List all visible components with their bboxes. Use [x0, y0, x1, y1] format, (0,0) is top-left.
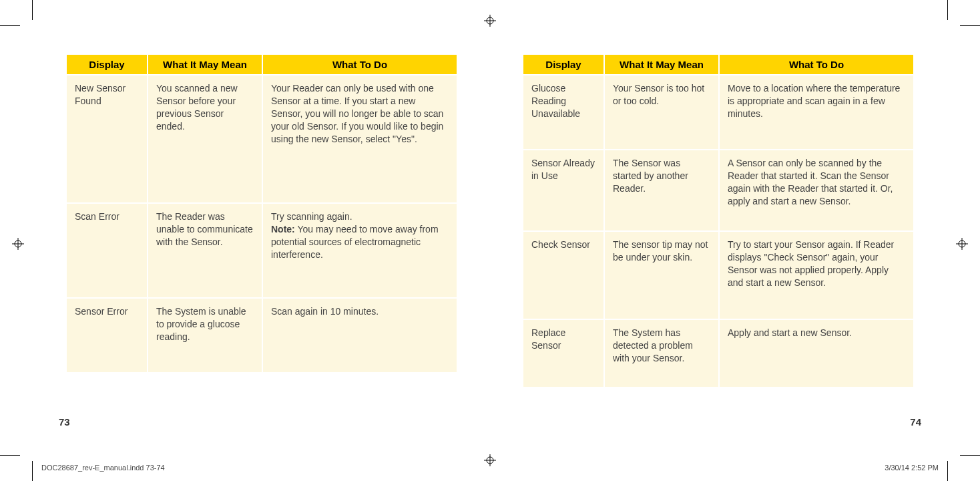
- cell-do: Apply and start a new Sensor.: [720, 320, 913, 387]
- cell-do: Your Reader can only be used with one Se…: [263, 75, 457, 202]
- table-row: Glucose Reading Unavailable Your Sensor …: [523, 75, 913, 149]
- cell-mean: The sensor tip may not be under your ski…: [605, 232, 718, 319]
- crop-mark: [32, 0, 33, 20]
- page-number-left: 73: [59, 416, 70, 428]
- crop-mark: [0, 25, 20, 26]
- crop-mark: [947, 461, 948, 481]
- table-row: Sensor Already in Use The Sensor was sta…: [523, 150, 913, 230]
- col-header-display: Display: [523, 55, 603, 74]
- registration-mark-icon: [956, 238, 968, 250]
- table-row: Scan Error The Reader was unable to comm…: [67, 204, 457, 297]
- troubleshoot-table-left: Display What It May Mean What To Do New …: [65, 53, 458, 373]
- crop-mark: [947, 0, 948, 20]
- cell-mean: Your Sensor is too hot or too cold.: [605, 75, 718, 149]
- note-text: You may need to move away from potential…: [271, 224, 439, 260]
- cell-do: Scan again in 10 minutes.: [263, 299, 457, 372]
- do-line1: Try scanning again.: [271, 211, 352, 222]
- col-header-do: What To Do: [720, 55, 913, 74]
- cell-mean: You scanned a new Sensor before your pre…: [148, 75, 262, 202]
- table-row: Check Sensor The sensor tip may not be u…: [523, 232, 913, 319]
- crop-mark: [32, 461, 33, 481]
- table-row: Replace Sensor The System has detected a…: [523, 320, 913, 387]
- cell-display: Sensor Already in Use: [523, 150, 603, 230]
- cell-display: Glucose Reading Unavailable: [523, 75, 603, 149]
- crop-mark: [960, 25, 980, 26]
- cell-display: New Sensor Found: [67, 75, 147, 202]
- cell-mean: The Reader was unable to communicate wit…: [148, 204, 262, 297]
- cell-display: Replace Sensor: [523, 320, 603, 387]
- cell-do: A Sensor can only be scanned by the Read…: [720, 150, 913, 230]
- page-number-right: 74: [910, 416, 921, 428]
- page-right: Display What It May Mean What To Do Gluc…: [490, 20, 947, 434]
- col-header-mean: What It May Mean: [148, 55, 262, 74]
- col-header-do: What To Do: [263, 55, 457, 74]
- crop-mark: [0, 455, 20, 456]
- crop-mark: [960, 455, 980, 456]
- cell-do: Move to a location where the temperature…: [720, 75, 913, 149]
- table-row: Sensor Error The System is unable to pro…: [67, 299, 457, 372]
- footer-doc-id: DOC28687_rev-E_manual.indd 73-74: [41, 464, 165, 472]
- footer-timestamp: 3/30/14 2:52 PM: [885, 464, 939, 472]
- cell-display: Scan Error: [67, 204, 147, 297]
- cell-do: Try scanning again. Note: You may need t…: [263, 204, 457, 297]
- page-left: Display What It May Mean What To Do New …: [33, 20, 490, 434]
- cell-mean: The Sensor was started by another Reader…: [605, 150, 718, 230]
- note-label: Note:: [271, 224, 295, 234]
- registration-mark-icon: [484, 454, 496, 466]
- page-spread: Display What It May Mean What To Do New …: [0, 0, 980, 481]
- registration-mark-icon: [12, 238, 24, 250]
- cell-display: Check Sensor: [523, 232, 603, 319]
- cell-mean: The System is unable to provide a glucos…: [148, 299, 262, 372]
- troubleshoot-table-right: Display What It May Mean What To Do Gluc…: [522, 53, 915, 388]
- col-header-display: Display: [67, 55, 147, 74]
- cell-mean: The System has detected a problem with y…: [605, 320, 718, 387]
- cell-display: Sensor Error: [67, 299, 147, 372]
- col-header-mean: What It May Mean: [605, 55, 718, 74]
- table-row: New Sensor Found You scanned a new Senso…: [67, 75, 457, 202]
- cell-do: Try to start your Sensor again. If Reade…: [720, 232, 913, 319]
